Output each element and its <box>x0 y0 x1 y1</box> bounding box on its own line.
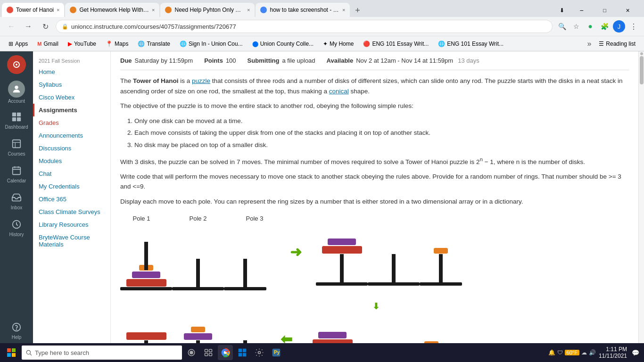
left-nav: Account Dashboard Courses <box>0 51 33 347</box>
extension-icon[interactable]: ● <box>585 21 596 32</box>
maximize-button[interactable]: □ <box>594 4 615 17</box>
pole-3-2 <box>224 307 266 347</box>
nav-item-calendar[interactable]: Calendar <box>0 160 33 187</box>
bookmark-eng1[interactable]: 🔴 ENG 101 Essay Writ... <box>359 40 432 48</box>
sidebar-link-cisco[interactable]: Cisco Webex <box>33 91 110 104</box>
notification-button[interactable]: 💬 <box>630 349 641 356</box>
new-tab-button[interactable]: + <box>351 4 364 17</box>
bookmarks-more[interactable]: » <box>587 40 591 48</box>
svg-rect-26 <box>205 349 208 352</box>
start-button[interactable] <box>3 344 20 361</box>
sidebar-link-announcements[interactable]: Announcements <box>33 129 110 142</box>
back-button[interactable]: ← <box>5 20 18 33</box>
signin-icon: 🌐 <box>180 41 187 47</box>
bookmark-eng2[interactable]: 🌐 ENG 101 Essay Writ... <box>434 40 507 48</box>
bookmark-translate[interactable]: 🌐 Translate <box>134 40 174 48</box>
tab-close-3[interactable]: × <box>247 7 250 13</box>
sidebar-link-credentials[interactable]: My Credentials <box>33 180 110 193</box>
courses-label: Courses <box>8 151 25 156</box>
diagram-row-2: ⬅ ⬇ <box>120 300 629 347</box>
conical-link[interactable]: conical <box>329 88 349 95</box>
tab-favicon-3 <box>165 7 172 13</box>
taskbar-search-box[interactable]: Type here to search <box>22 346 182 360</box>
sidebar-link-discussions[interactable]: Discussions <box>33 142 110 155</box>
svg-rect-19 <box>12 348 16 352</box>
due-item: Due Saturday by 11:59pm <box>120 57 193 64</box>
taskbar-python[interactable]: Py <box>269 345 284 360</box>
close-button[interactable]: × <box>617 4 638 17</box>
bookmark-union[interactable]: ⬤ Union County Colle... <box>248 40 317 48</box>
reading-list-btn[interactable]: ☰ Reading list <box>595 40 639 48</box>
taskbar-settings[interactable] <box>252 345 267 360</box>
bookmark-gmail[interactable]: M Gmail <box>33 40 62 48</box>
reload-button[interactable]: ↻ <box>39 20 52 33</box>
diagram-left-1: Pole 1 Pole 2 Pole 3 <box>120 214 276 290</box>
bookmark-signin[interactable]: 🌐 Sign In - Union Cou... <box>176 40 247 48</box>
sidebar-link-home[interactable]: Home <box>33 66 110 78</box>
tab-title-1: Tower of Hanoi <box>16 7 54 13</box>
minimize-button[interactable]: − <box>571 4 592 17</box>
tab-1[interactable]: Tower of Hanoi × <box>2 3 64 17</box>
sidebar-link-syllabus[interactable]: Syllabus <box>33 78 110 91</box>
address-input[interactable]: 🔒 unioncc.instructure.com/courses/40757/… <box>56 20 553 33</box>
tab-3[interactable]: Need Help Pyhton Only The Tow... × <box>160 3 255 17</box>
bookmark-youtube[interactable]: ▶ YouTube <box>64 40 100 48</box>
nav-item-courses[interactable]: Courses <box>0 133 33 160</box>
nav-item-inbox[interactable]: Inbox <box>0 187 33 214</box>
svg-rect-29 <box>209 354 212 356</box>
svg-point-2 <box>16 64 17 66</box>
puzzle-link[interactable]: puzzle <box>192 77 210 84</box>
sidebar-link-library[interactable]: Library Resources <box>33 218 110 231</box>
profile-icon[interactable]: J <box>613 20 625 33</box>
sidebar-link-office365[interactable]: Office 365 <box>33 193 110 206</box>
pole-1-2r <box>306 314 358 347</box>
svg-rect-28 <box>205 354 208 356</box>
nav-item-account[interactable]: Account <box>6 78 27 107</box>
network-icon[interactable]: 🔔 <box>548 349 555 356</box>
restore-button[interactable]: ⬇ <box>555 4 569 17</box>
nav-item-dashboard[interactable]: Dashboard <box>0 107 33 133</box>
clock-area[interactable]: 1:11 PM 11/11/2021 <box>599 346 627 359</box>
tab-close-1[interactable]: × <box>57 7 59 13</box>
puzzle-icon[interactable]: 🧩 <box>599 21 610 32</box>
taskbar-chrome[interactable] <box>218 345 233 360</box>
eng1-icon: 🔴 <box>363 41 370 47</box>
bookmark-apps[interactable]: ⊞ Apps <box>5 40 32 48</box>
sidebar-link-brytewave[interactable]: BryteWave Course Materials <box>33 231 110 251</box>
tab-2[interactable]: Get Homework Help With Cheg... × <box>65 3 159 17</box>
rule-3: No disk may be placed on top of a smalle… <box>134 140 629 150</box>
inbox-icon <box>10 191 23 204</box>
taskbar-task-view[interactable] <box>201 345 216 360</box>
menu-icon[interactable]: ⋮ <box>628 21 639 32</box>
sidebar-link-assignments[interactable]: Assignments <box>33 104 110 116</box>
sidebar-link-grades[interactable]: Grades <box>33 116 110 129</box>
sidebar-link-modules[interactable]: Modules <box>33 155 110 167</box>
rod-1r <box>340 254 344 282</box>
assignment-header: Due Saturday by 11:59pm Points 100 Submi… <box>120 51 629 70</box>
inbox-label: Inbox <box>11 205 22 210</box>
speaker-icon[interactable]: 🔊 <box>589 349 596 356</box>
tab-4[interactable]: how to take screenshot - Google... × <box>256 3 350 17</box>
bookmark-myhome[interactable]: ✦ My Home <box>319 40 357 48</box>
sidebar-link-chat[interactable]: Chat <box>33 167 110 180</box>
star-icon[interactable]: ☆ <box>570 21 582 32</box>
tab-title-3: Need Help Pyhton Only The Tow... <box>174 7 244 13</box>
tab-close-2[interactable]: × <box>152 7 155 13</box>
nav-item-history[interactable]: History <box>0 214 33 241</box>
available-days: 13 days <box>458 57 479 64</box>
taskbar-app2[interactable] <box>235 345 250 360</box>
tab-close-4[interactable]: × <box>342 7 345 13</box>
svg-rect-35 <box>243 353 247 357</box>
address-bar-row: ← → ↻ 🔒 unioncc.instructure.com/courses/… <box>0 17 644 36</box>
scrollbar[interactable] <box>638 51 644 347</box>
app-container: Account Dashboard Courses <box>0 51 644 347</box>
nav-item-help[interactable]: Help <box>0 317 33 344</box>
forward-button[interactable]: → <box>22 20 35 33</box>
url-text: unioncc.instructure.com/courses/40757/as… <box>71 23 236 30</box>
bookmark-maps[interactable]: 📍 Maps <box>102 40 132 48</box>
taskbar-cortana[interactable] <box>184 345 199 360</box>
scrollbar-thumb[interactable] <box>640 56 644 84</box>
sidebar-link-classclimate[interactable]: Class Climate Surveys <box>33 206 110 218</box>
shield-icon[interactable]: 🛡 <box>557 349 563 356</box>
search-icon[interactable]: 🔍 <box>556 21 568 32</box>
